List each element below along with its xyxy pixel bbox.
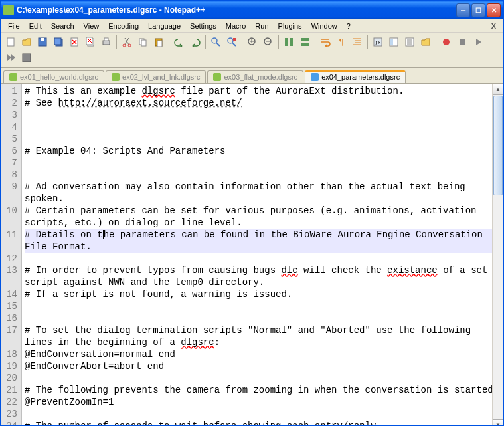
- print-button[interactable]: [99, 35, 114, 49]
- menu-macro[interactable]: Macro: [221, 21, 251, 31]
- wordwrap-button[interactable]: [318, 35, 333, 49]
- folder-view-button[interactable]: [418, 35, 433, 49]
- record-macro-button[interactable]: [439, 35, 454, 49]
- code-line-21[interactable]: # The following prevents the camera from…: [25, 384, 501, 396]
- menu-language[interactable]: Language: [143, 21, 185, 31]
- code-line-15[interactable]: [25, 300, 501, 312]
- replace-button[interactable]: [224, 35, 239, 49]
- code-line-9[interactable]: # Ad conversation may also contain infor…: [25, 181, 501, 205]
- svg-rect-13: [141, 40, 146, 46]
- separator: [367, 35, 368, 49]
- code-line-5[interactable]: [25, 133, 501, 145]
- separator: [242, 35, 242, 49]
- menu-view[interactable]: View: [79, 21, 104, 31]
- code-area[interactable]: # This is an example dlgsrc file part of…: [22, 84, 503, 426]
- save-button[interactable]: [35, 35, 50, 49]
- close-button[interactable]: ✕: [487, 3, 501, 17]
- menu-window[interactable]: Window: [307, 21, 342, 31]
- tab-ex04_parameters[interactable]: ex04_parameters.dlgsrc: [305, 70, 406, 83]
- menu-encoding[interactable]: Encoding: [104, 21, 143, 31]
- stop-macro-button[interactable]: [455, 35, 469, 49]
- svg-point-11: [128, 44, 131, 47]
- app-icon: [3, 5, 14, 15]
- toolbar: ¶ ƒx: [1, 33, 503, 68]
- find-button[interactable]: [209, 35, 223, 49]
- func-list-button[interactable]: [402, 35, 417, 49]
- scroll-down-button[interactable]: ▼: [493, 419, 503, 426]
- code-line-2[interactable]: # See http://auroraext.sourceforge.net/: [25, 97, 501, 109]
- menu-plugins[interactable]: Plugins: [274, 21, 307, 31]
- sync-v-button[interactable]: [282, 35, 296, 49]
- code-line-22[interactable]: @PreventZoomIn=1: [25, 396, 501, 408]
- save-macro-button[interactable]: [19, 51, 34, 65]
- svg-text:¶: ¶: [339, 37, 343, 47]
- show-all-chars-button[interactable]: ¶: [334, 35, 349, 49]
- code-line-3[interactable]: [25, 109, 501, 121]
- maximize-button[interactable]: ☐: [471, 3, 485, 17]
- tab-ex03_flat_mode[interactable]: ex03_flat_mode.dlgsrc: [207, 70, 303, 83]
- paste-button[interactable]: [151, 35, 166, 49]
- sync-h-button[interactable]: [297, 35, 312, 49]
- code-line-24[interactable]: # The number of seconds to wait before s…: [25, 420, 501, 426]
- undo-button[interactable]: [172, 35, 187, 49]
- close-all-button[interactable]: [83, 35, 98, 49]
- code-line-18[interactable]: @EndConversation=normal_end: [25, 348, 501, 360]
- code-line-20[interactable]: [25, 372, 501, 384]
- indent-guide-button[interactable]: [350, 35, 365, 49]
- menu-edit[interactable]: Edit: [25, 21, 46, 31]
- tab-label: ex04_parameters.dlgsrc: [321, 73, 400, 81]
- scroll-up-button[interactable]: ▲: [493, 84, 503, 95]
- editor[interactable]: 123456789101112131415161718192021222324 …: [1, 84, 503, 426]
- cut-button[interactable]: [120, 35, 134, 49]
- svg-rect-8: [103, 41, 110, 45]
- doc-map-button[interactable]: [386, 35, 401, 49]
- zoom-in-button[interactable]: [245, 35, 260, 49]
- svg-rect-22: [290, 38, 293, 46]
- svg-rect-0: [7, 38, 14, 46]
- redo-button[interactable]: [188, 35, 203, 49]
- svg-rect-33: [23, 54, 31, 62]
- minimize-button[interactable]: ─: [456, 3, 470, 17]
- scroll-thumb[interactable]: [493, 96, 503, 195]
- code-line-14[interactable]: # If a script is not found, a warning is…: [25, 288, 501, 300]
- new-file-button[interactable]: [3, 35, 18, 49]
- lang-button[interactable]: ƒx: [371, 35, 385, 49]
- menu-run[interactable]: Run: [250, 21, 273, 31]
- tab-ex01_hello_world[interactable]: ex01_hello_world.dlgsrc: [3, 70, 104, 83]
- code-line-6[interactable]: # Example 04: Scripts And Parameters: [25, 145, 501, 157]
- svg-rect-4: [54, 38, 61, 45]
- svg-point-10: [123, 44, 126, 47]
- code-line-4[interactable]: [25, 121, 501, 133]
- copy-button[interactable]: [135, 35, 150, 49]
- zoom-out-button[interactable]: [261, 35, 276, 49]
- separator: [116, 35, 117, 49]
- svg-point-31: [443, 39, 450, 45]
- code-line-19[interactable]: @EndConverAbort=abort_end: [25, 360, 501, 372]
- save-all-button[interactable]: [51, 35, 66, 49]
- menu-close-x[interactable]: X: [487, 21, 501, 31]
- close-file-button[interactable]: [67, 35, 82, 49]
- open-file-button[interactable]: [19, 35, 34, 49]
- code-line-17[interactable]: # To set the dialog termination scripts …: [25, 324, 501, 348]
- file-icon: [112, 73, 120, 81]
- code-line-8[interactable]: [25, 169, 501, 181]
- code-line-23[interactable]: [25, 408, 501, 420]
- tab-ex02_lvl_and_lnk[interactable]: ex02_lvl_and_lnk.dlgsrc: [106, 70, 206, 83]
- code-line-12[interactable]: [25, 253, 501, 265]
- run-macro-multi-button[interactable]: [3, 51, 18, 65]
- code-line-1[interactable]: # This is an example dlgsrc file part of…: [25, 85, 501, 97]
- play-macro-button[interactable]: [471, 35, 485, 49]
- menu-settings[interactable]: Settings: [185, 21, 221, 31]
- menu-?[interactable]: ?: [342, 21, 355, 31]
- code-line-7[interactable]: [25, 157, 501, 169]
- code-line-16[interactable]: [25, 312, 501, 324]
- code-line-11[interactable]: # Details on the parameters can be found…: [25, 229, 501, 253]
- svg-rect-23: [301, 38, 309, 41]
- menu-file[interactable]: File: [3, 21, 25, 31]
- menu-search[interactable]: Search: [46, 21, 79, 31]
- code-line-10[interactable]: # Certain parameters can be set for vari…: [25, 205, 501, 229]
- svg-rect-15: [157, 41, 162, 47]
- line-gutter: 123456789101112131415161718192021222324: [1, 84, 22, 426]
- code-line-13[interactable]: # In order to prevent typos from causing…: [25, 265, 501, 288]
- vertical-scrollbar[interactable]: ▲ ▼: [492, 84, 503, 426]
